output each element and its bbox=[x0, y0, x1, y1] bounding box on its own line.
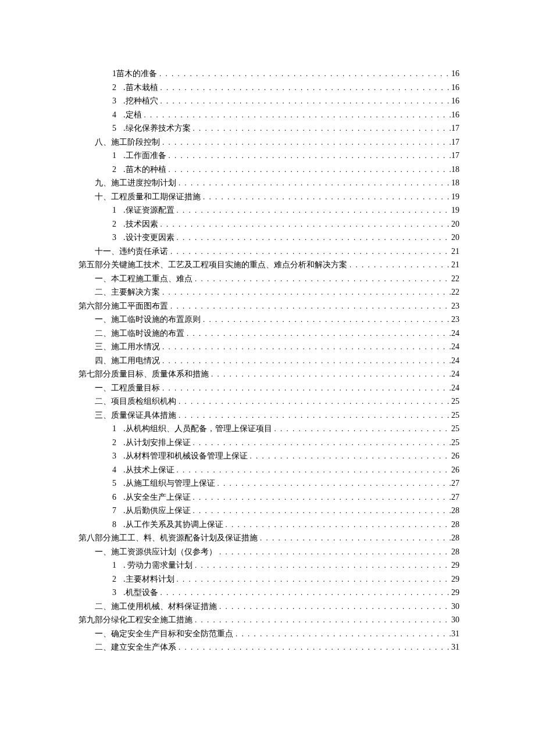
toc-leader-dots bbox=[191, 124, 452, 132]
toc-leader-dots bbox=[215, 479, 452, 487]
toc-entry-label: 三、施工用水情况 bbox=[95, 343, 160, 351]
toc-leader-dots bbox=[160, 138, 451, 146]
toc-entry-label: 3.机型设备 bbox=[112, 589, 158, 597]
toc-entry-label: 1.保证资源配置 bbox=[112, 206, 174, 214]
toc-entry-label: 十、工程质量和工期保证措施 bbox=[95, 193, 201, 201]
toc-page-number: 27 bbox=[451, 479, 459, 488]
toc-leader-dots bbox=[347, 261, 451, 268]
toc-entry: 一、施工资源供应计划（仅参考）28 bbox=[79, 548, 459, 556]
toc-leader-dots bbox=[176, 397, 451, 405]
toc-leader-dots bbox=[192, 561, 451, 569]
toc-entry: 二、施工临时设施的布置24 bbox=[79, 329, 459, 338]
toc-leader-dots bbox=[158, 589, 452, 596]
toc-entry-text: .苗木栽植 bbox=[123, 83, 158, 92]
toc-entry-text: .绿化保养技术方案 bbox=[123, 124, 191, 132]
toc-entry-label: 第六部分施工平面图布置 bbox=[79, 302, 168, 310]
toc-entry-label: 四、施工用电情况 bbox=[95, 357, 160, 365]
toc-entry-number: 2 bbox=[112, 220, 116, 228]
toc-entry-text: .机型设备 bbox=[123, 588, 158, 597]
toc-entry-number: 8 bbox=[112, 521, 116, 529]
toc-entry-number: 5 bbox=[112, 479, 116, 488]
toc-entry: 1苗木的准备16 bbox=[79, 70, 459, 78]
toc-page-number: 25 bbox=[451, 439, 459, 447]
toc-leader-dots bbox=[201, 316, 451, 323]
toc-entry: 3.设计变更因素20 bbox=[79, 234, 459, 242]
toc-page-number: 29 bbox=[451, 575, 459, 583]
toc-entry: 6.从安全生产上保证27 bbox=[79, 493, 459, 501]
toc-page-number: 29 bbox=[451, 561, 459, 569]
toc-entry-label: 第八部分施工工、料、机资源配备计划及保证措施 bbox=[79, 534, 258, 542]
toc-entry-label: 一、工程质量目标 bbox=[95, 384, 160, 392]
toc-page-number: 28 bbox=[451, 548, 459, 556]
toc-entry-number: 3 bbox=[112, 234, 116, 242]
toc-entry: 2.主要材料计划29 bbox=[79, 575, 459, 583]
toc-entry: 3.挖种植穴16 bbox=[79, 97, 459, 105]
toc-page-number: 16 bbox=[451, 70, 459, 78]
toc-page-number: 24 bbox=[451, 370, 459, 378]
toc-leader-dots bbox=[160, 357, 451, 364]
toc-page-number: 20 bbox=[451, 234, 459, 242]
toc-entry-number: 2 bbox=[112, 84, 116, 92]
toc-entry: 2.苗木栽植16 bbox=[79, 84, 459, 92]
toc-page-number: 23 bbox=[451, 316, 459, 324]
toc-entry: 2.苗木的种植18 bbox=[79, 166, 459, 174]
toc-entry: 第六部分施工平面图布置23 bbox=[79, 302, 459, 310]
toc-entry-number: 7 bbox=[112, 507, 116, 515]
toc-entry: 二、主要解决方案22 bbox=[79, 288, 459, 296]
toc-entry-label: 二、主要解决方案 bbox=[95, 288, 160, 296]
toc-entry-number: 2 bbox=[112, 575, 116, 583]
toc-page-number: 30 bbox=[451, 616, 459, 624]
toc-page-number: 28 bbox=[451, 507, 459, 515]
toc-page-number: 20 bbox=[451, 220, 459, 228]
toc-leader-dots bbox=[248, 452, 452, 460]
toc-entry-number: 1 bbox=[112, 206, 116, 214]
toc-entry-number: 3 bbox=[112, 589, 116, 597]
toc-entry: 二、建立安全生产体系31 bbox=[79, 643, 459, 651]
toc-entry: 1.从机构组织、人员配备，管理上保证项目25 bbox=[79, 425, 459, 433]
toc-leader-dots bbox=[217, 603, 451, 610]
toc-leader-dots bbox=[174, 466, 452, 474]
toc-entry-text: .保证资源配置 bbox=[123, 206, 174, 214]
toc-entry: 5.绿化保养技术方案17 bbox=[79, 124, 459, 132]
toc-entry: 二、施工使用机械、材料保证措施30 bbox=[79, 603, 459, 611]
toc-entry-number: 1 bbox=[112, 69, 116, 78]
toc-entry-label: 十一、违约责任承诺 bbox=[95, 248, 168, 256]
toc-entry: 三、质量保证具体措施25 bbox=[79, 411, 459, 420]
toc-entry-label: 一、施工临时设施的布置原则 bbox=[95, 316, 201, 324]
toc-entry-label: 5.绿化保养技术方案 bbox=[112, 124, 191, 132]
toc-entry: 第九部分绿化工程安全施工措施30 bbox=[79, 616, 459, 624]
toc-page-number: 27 bbox=[451, 493, 459, 501]
toc-leader-dots bbox=[192, 275, 451, 282]
toc-entry: 二、项目质检组织机构25 bbox=[79, 397, 459, 406]
toc-entry-number: 3 bbox=[112, 452, 116, 460]
toc-leader-dots bbox=[223, 521, 452, 528]
toc-leader-dots bbox=[174, 234, 452, 241]
toc-leader-dots bbox=[158, 220, 452, 228]
toc-leader-dots bbox=[272, 425, 452, 432]
toc-entry-text: .主要材料计划 bbox=[123, 575, 174, 583]
toc-entry-number: 2 bbox=[112, 439, 116, 447]
toc-entry-number: 6 bbox=[112, 493, 116, 501]
toc-leader-dots bbox=[168, 248, 451, 255]
toc-entry: 八、施工阶段控制17 bbox=[79, 138, 459, 146]
toc-page-number: 17 bbox=[451, 124, 459, 132]
toc-page-number: 28 bbox=[451, 534, 459, 542]
toc-entry-label: 1苗木的准备 bbox=[112, 70, 157, 78]
toc-leader-dots bbox=[174, 206, 452, 214]
toc-entry-label: 1. 劳动力需求量计划 bbox=[112, 561, 192, 569]
toc-leader-dots bbox=[176, 179, 451, 187]
toc-leader-dots bbox=[166, 152, 452, 159]
toc-entry-text: .从材料管理和机械设备管理上保证 bbox=[123, 452, 248, 460]
toc-entry-label: 二、施工临时设施的布置 bbox=[95, 329, 184, 338]
toc-page-number: 24 bbox=[451, 357, 459, 365]
toc-entry-number: 4 bbox=[112, 466, 116, 474]
toc-entry-label: 2.主要材料计划 bbox=[112, 575, 174, 583]
toc-entry-label: 3.设计变更因素 bbox=[112, 234, 174, 242]
toc-entry: 第五部分关键施工技术、工艺及工程项目实施的重点、难点分析和解决方案21 bbox=[79, 261, 459, 269]
toc-entry: 一、确定安全生产目标和安全防范重点31 bbox=[79, 630, 459, 638]
toc-entry-text: .从技术上保证 bbox=[123, 465, 174, 474]
toc-entry: 2.从计划安排上保证25 bbox=[79, 439, 459, 447]
toc-entry-label: 第五部分关键施工技术、工艺及工程项目实施的重点、难点分析和解决方案 bbox=[79, 261, 347, 269]
toc-page-number: 24 bbox=[451, 384, 459, 392]
toc-entry-text: .定植 bbox=[123, 110, 142, 119]
